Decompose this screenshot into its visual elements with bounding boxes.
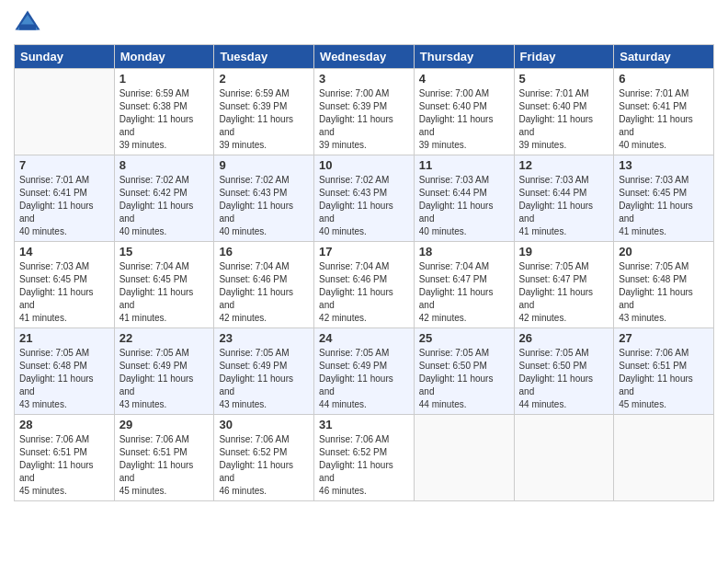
week-row-4: 21Sunrise: 7:05 AMSunset: 6:48 PMDayligh…	[15, 328, 714, 415]
day-number: 23	[219, 331, 309, 345]
week-row-1: 1Sunrise: 6:59 AMSunset: 6:38 PMDaylight…	[15, 69, 714, 155]
day-number: 7	[19, 158, 109, 172]
day-number: 30	[219, 418, 309, 431]
day-number: 6	[619, 72, 709, 86]
day-number: 5	[519, 72, 609, 86]
svg-rect-2	[19, 25, 36, 30]
calendar-cell: 9Sunrise: 7:02 AMSunset: 6:43 PMDaylight…	[214, 155, 314, 242]
day-number: 26	[519, 331, 609, 345]
day-info: Sunrise: 7:06 AMSunset: 6:51 PMDaylight:…	[19, 433, 109, 498]
calendar-cell: 31Sunrise: 7:06 AMSunset: 6:52 PMDayligh…	[314, 415, 415, 501]
day-number: 22	[119, 331, 210, 345]
calendar-cell	[614, 415, 714, 501]
calendar-cell: 1Sunrise: 6:59 AMSunset: 6:38 PMDaylight…	[114, 69, 214, 155]
calendar-cell: 6Sunrise: 7:01 AMSunset: 6:41 PMDaylight…	[614, 69, 714, 155]
day-info: Sunrise: 7:03 AMSunset: 6:45 PMDaylight:…	[19, 260, 109, 325]
calendar-cell: 24Sunrise: 7:05 AMSunset: 6:49 PMDayligh…	[314, 328, 415, 415]
day-info: Sunrise: 7:05 AMSunset: 6:49 PMDaylight:…	[319, 347, 409, 411]
day-info: Sunrise: 7:04 AMSunset: 6:45 PMDaylight:…	[119, 260, 210, 325]
calendar-cell: 18Sunrise: 7:04 AMSunset: 6:47 PMDayligh…	[414, 242, 514, 328]
day-info: Sunrise: 7:02 AMSunset: 6:43 PMDaylight:…	[219, 174, 309, 238]
week-row-5: 28Sunrise: 7:06 AMSunset: 6:51 PMDayligh…	[15, 415, 714, 501]
calendar-cell	[15, 69, 115, 155]
calendar-cell: 28Sunrise: 7:06 AMSunset: 6:51 PMDayligh…	[15, 415, 115, 501]
header-monday: Monday	[114, 45, 214, 69]
day-info: Sunrise: 7:06 AMSunset: 6:51 PMDaylight:…	[119, 433, 210, 498]
day-number: 10	[319, 158, 409, 172]
day-number: 20	[619, 245, 709, 259]
calendar-cell: 2Sunrise: 6:59 AMSunset: 6:39 PMDaylight…	[214, 69, 314, 155]
calendar-cell: 4Sunrise: 7:00 AMSunset: 6:40 PMDaylight…	[414, 69, 514, 155]
header	[14, 9, 714, 37]
day-number: 31	[319, 418, 409, 431]
calendar-cell	[414, 415, 514, 501]
day-number: 15	[119, 245, 210, 259]
day-info: Sunrise: 7:04 AMSunset: 6:46 PMDaylight:…	[319, 260, 409, 325]
day-number: 4	[419, 72, 509, 86]
day-number: 17	[319, 245, 409, 259]
day-info: Sunrise: 7:05 AMSunset: 6:48 PMDaylight:…	[619, 260, 709, 325]
calendar-header-row: SundayMondayTuesdayWednesdayThursdayFrid…	[15, 45, 714, 69]
day-number: 27	[619, 331, 709, 345]
day-info: Sunrise: 7:05 AMSunset: 6:50 PMDaylight:…	[519, 347, 609, 411]
calendar-cell: 22Sunrise: 7:05 AMSunset: 6:49 PMDayligh…	[114, 328, 214, 415]
day-number: 2	[219, 72, 309, 86]
day-info: Sunrise: 7:03 AMSunset: 6:44 PMDaylight:…	[419, 174, 509, 238]
calendar-cell: 17Sunrise: 7:04 AMSunset: 6:46 PMDayligh…	[314, 242, 415, 328]
day-info: Sunrise: 7:05 AMSunset: 6:49 PMDaylight:…	[119, 347, 210, 411]
day-info: Sunrise: 7:04 AMSunset: 6:46 PMDaylight:…	[219, 260, 309, 325]
calendar-cell: 5Sunrise: 7:01 AMSunset: 6:40 PMDaylight…	[514, 69, 614, 155]
logo	[14, 9, 43, 37]
day-info: Sunrise: 7:02 AMSunset: 6:42 PMDaylight:…	[119, 174, 210, 238]
calendar-cell: 30Sunrise: 7:06 AMSunset: 6:52 PMDayligh…	[214, 415, 314, 501]
day-number: 11	[419, 158, 509, 172]
calendar-cell: 15Sunrise: 7:04 AMSunset: 6:45 PMDayligh…	[114, 242, 214, 328]
day-info: Sunrise: 7:06 AMSunset: 6:52 PMDaylight:…	[219, 433, 309, 498]
day-number: 8	[119, 158, 210, 172]
day-info: Sunrise: 7:01 AMSunset: 6:41 PMDaylight:…	[19, 174, 109, 238]
day-info: Sunrise: 7:04 AMSunset: 6:47 PMDaylight:…	[419, 260, 509, 325]
day-number: 16	[219, 245, 309, 259]
day-info: Sunrise: 7:03 AMSunset: 6:44 PMDaylight:…	[519, 174, 609, 238]
calendar-cell: 14Sunrise: 7:03 AMSunset: 6:45 PMDayligh…	[15, 242, 115, 328]
day-info: Sunrise: 7:05 AMSunset: 6:50 PMDaylight:…	[419, 347, 509, 411]
day-number: 9	[219, 158, 309, 172]
page: SundayMondayTuesdayWednesdayThursdayFrid…	[0, 0, 728, 563]
calendar-cell: 7Sunrise: 7:01 AMSunset: 6:41 PMDaylight…	[15, 155, 115, 242]
day-info: Sunrise: 7:01 AMSunset: 6:41 PMDaylight:…	[619, 87, 709, 152]
header-friday: Friday	[514, 45, 614, 69]
day-info: Sunrise: 7:05 AMSunset: 6:47 PMDaylight:…	[519, 260, 609, 325]
header-wednesday: Wednesday	[314, 45, 415, 69]
calendar-cell: 19Sunrise: 7:05 AMSunset: 6:47 PMDayligh…	[514, 242, 614, 328]
calendar-cell: 3Sunrise: 7:00 AMSunset: 6:39 PMDaylight…	[314, 69, 415, 155]
day-info: Sunrise: 7:01 AMSunset: 6:40 PMDaylight:…	[519, 87, 609, 152]
day-number: 12	[519, 158, 609, 172]
header-thursday: Thursday	[414, 45, 514, 69]
header-sunday: Sunday	[15, 45, 115, 69]
calendar-cell: 21Sunrise: 7:05 AMSunset: 6:48 PMDayligh…	[15, 328, 115, 415]
day-number: 28	[19, 418, 109, 431]
calendar-cell: 23Sunrise: 7:05 AMSunset: 6:49 PMDayligh…	[214, 328, 314, 415]
week-row-2: 7Sunrise: 7:01 AMSunset: 6:41 PMDaylight…	[15, 155, 714, 242]
calendar-cell	[514, 415, 614, 501]
calendar-table: SundayMondayTuesdayWednesdayThursdayFrid…	[14, 44, 714, 501]
day-info: Sunrise: 7:06 AMSunset: 6:51 PMDaylight:…	[619, 347, 709, 411]
day-info: Sunrise: 7:03 AMSunset: 6:45 PMDaylight:…	[619, 174, 709, 238]
day-number: 1	[119, 72, 210, 86]
day-info: Sunrise: 6:59 AMSunset: 6:39 PMDaylight:…	[219, 87, 309, 152]
day-number: 14	[19, 245, 109, 259]
calendar-cell: 16Sunrise: 7:04 AMSunset: 6:46 PMDayligh…	[214, 242, 314, 328]
header-saturday: Saturday	[614, 45, 714, 69]
calendar-cell: 26Sunrise: 7:05 AMSunset: 6:50 PMDayligh…	[514, 328, 614, 415]
calendar-cell: 12Sunrise: 7:03 AMSunset: 6:44 PMDayligh…	[514, 155, 614, 242]
day-info: Sunrise: 7:00 AMSunset: 6:39 PMDaylight:…	[319, 87, 409, 152]
calendar-cell: 20Sunrise: 7:05 AMSunset: 6:48 PMDayligh…	[614, 242, 714, 328]
day-info: Sunrise: 7:05 AMSunset: 6:49 PMDaylight:…	[219, 347, 309, 411]
calendar-cell: 10Sunrise: 7:02 AMSunset: 6:43 PMDayligh…	[314, 155, 415, 242]
day-info: Sunrise: 7:00 AMSunset: 6:40 PMDaylight:…	[419, 87, 509, 152]
calendar-cell: 29Sunrise: 7:06 AMSunset: 6:51 PMDayligh…	[114, 415, 214, 501]
calendar-cell: 11Sunrise: 7:03 AMSunset: 6:44 PMDayligh…	[414, 155, 514, 242]
day-number: 25	[419, 331, 509, 345]
day-number: 18	[419, 245, 509, 259]
day-number: 19	[519, 245, 609, 259]
